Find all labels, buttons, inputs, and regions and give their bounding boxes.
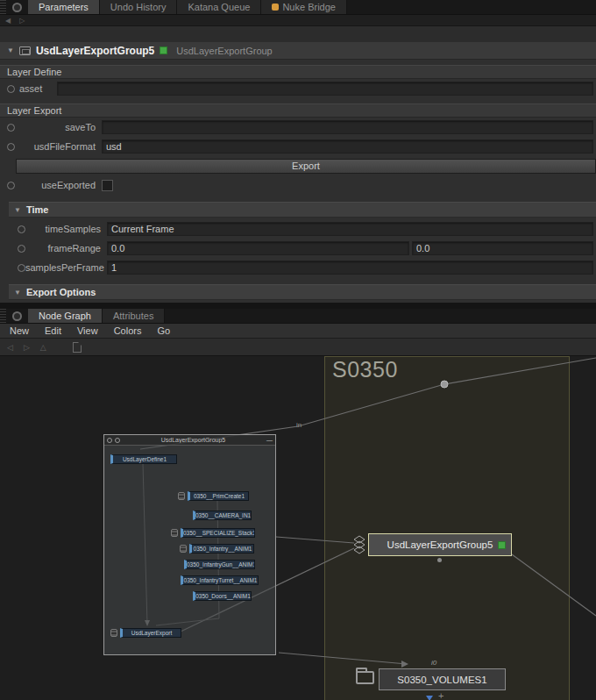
graph-node-infantry-anim1[interactable]: 0350_Infantry__ANIM1: [189, 544, 254, 554]
pane-menu-icon[interactable]: [12, 3, 22, 12]
wire-main-out[interactable]: [512, 554, 596, 616]
node-state-indicator[interactable]: [160, 46, 167, 54]
tab-undo-history[interactable]: Undo History: [100, 0, 178, 14]
expanded-group-title: UsdLayerExportGroup5: [123, 437, 264, 443]
asset-label: asset: [19, 83, 51, 94]
param-state-icon[interactable]: [7, 124, 15, 132]
graph-back-icon[interactable]: ◁: [7, 343, 13, 352]
group-edit-icon[interactable]: [107, 438, 112, 443]
panel-splitter[interactable]: [0, 303, 596, 309]
parameter-history-nav: ◀ ▷: [0, 15, 596, 26]
param-row-samplesperframe: samplesPerFrame: [0, 258, 596, 277]
menu-go[interactable]: Go: [149, 325, 178, 336]
menu-new[interactable]: New: [2, 325, 37, 336]
param-state-icon[interactable]: [7, 85, 15, 93]
framerange-start-input[interactable]: [107, 241, 409, 255]
database-icon: [178, 492, 185, 500]
wire-to-volumes[interactable]: [279, 653, 407, 664]
useexported-checkbox[interactable]: [102, 180, 113, 191]
param-state-icon[interactable]: [18, 245, 25, 253]
asset-input[interactable]: [57, 82, 593, 96]
usdfileformat-label: usdFileFormat: [15, 141, 96, 152]
tab-label: Attributes: [113, 309, 153, 323]
menu-view[interactable]: View: [69, 325, 106, 336]
tab-label: Node Graph: [39, 309, 91, 323]
node-parameter-header: ▼ UsdLayerExportGroup5 UsdLayerExportGro…: [0, 42, 596, 60]
param-row-useexported: useExported: [0, 175, 596, 195]
graph-node-doors-anim1[interactable]: 0350_Doors__ANIM1: [193, 591, 252, 601]
tab-node-graph[interactable]: Node Graph: [28, 309, 103, 323]
node-graph-canvas[interactable]: S0350 in UsdLayerExportGroup5 — UsdLaye: [0, 356, 596, 700]
framerange-label: frameRange: [25, 243, 101, 254]
output-port[interactable]: [437, 558, 442, 562]
collapse-time-icon[interactable]: ▼: [14, 206, 21, 214]
section-layer-define: Layer Define: [0, 65, 596, 79]
forward-icon[interactable]: ▷: [19, 17, 25, 25]
group-view-icon[interactable]: [115, 438, 120, 443]
pane-menu-icon[interactable]: [12, 311, 22, 321]
node-state-indicator[interactable]: [498, 541, 506, 549]
tab-katana-queue[interactable]: Katana Queue: [177, 0, 261, 14]
param-state-icon[interactable]: [7, 182, 15, 189]
menu-colors[interactable]: Colors: [106, 325, 150, 336]
framerange-end-input[interactable]: [412, 241, 593, 255]
expanded-group-chevrons-icon[interactable]: [352, 535, 366, 556]
graph-node-specialize-stack1[interactable]: 0350__SPECIALIZE_Stack1: [181, 528, 255, 538]
node-usdlayerexportgroup5[interactable]: UsdLayerExportGroup5: [368, 533, 512, 556]
collapse-node-icon[interactable]: ▼: [7, 46, 14, 54]
wire-to-main-node-a[interactable]: [276, 537, 354, 543]
parameters-tabbar: Parameters Undo History Katana Queue Nuk…: [0, 0, 596, 15]
parameters-spacer: [0, 26, 596, 42]
param-row-usdfileformat: usdFileFormat: [0, 137, 596, 156]
graph-node-infantrygun-anim1[interactable]: 0350_InfantryGun__ANIM1: [184, 560, 255, 569]
node-graph-panel: Node Graph Attributes New Edit View Colo…: [0, 309, 596, 700]
timesamples-label: timeSamples: [25, 224, 101, 234]
node-name: UsdLayerExportGroup5: [36, 45, 154, 57]
back-icon[interactable]: ◀: [5, 17, 11, 25]
graph-node-primcreate1[interactable]: 0350__PrimCreate1: [188, 491, 249, 501]
graph-node-camera-in1[interactable]: 0350__CAMERA_IN1: [193, 511, 252, 520]
tab-parameters[interactable]: Parameters: [28, 0, 100, 14]
graph-node-usdlayerexport[interactable]: UsdLayerExport: [120, 628, 181, 638]
export-options-group-header[interactable]: ▼ Export Options: [9, 284, 596, 300]
time-group-header[interactable]: ▼ Time: [9, 202, 596, 218]
node-s0350-volumes1[interactable]: S0350_VOLUMES1: [379, 668, 506, 690]
tabbar-filler: [165, 309, 596, 323]
saveto-label: saveTo: [15, 122, 96, 132]
export-button[interactable]: Export: [16, 159, 596, 174]
nuke-icon: [272, 4, 279, 11]
export-button-row: Export: [0, 156, 596, 175]
samplesperframe-label: samplesPerFrame: [25, 262, 101, 273]
tab-label: Nuke Bridge: [282, 0, 336, 14]
graph-node-usdlayerdefine1[interactable]: UsdLayerDefine1: [110, 454, 177, 464]
section-layer-export: Layer Export: [0, 104, 596, 118]
snapshot-icon[interactable]: [73, 342, 82, 353]
minimize-icon[interactable]: —: [266, 437, 273, 443]
database-icon: [171, 529, 178, 537]
folder-icon: [356, 671, 374, 684]
param-state-icon[interactable]: [7, 143, 15, 151]
time-group-title: Time: [26, 204, 48, 215]
graph-forward-icon[interactable]: ▷: [24, 343, 30, 352]
param-state-icon[interactable]: [18, 264, 25, 272]
param-state-icon[interactable]: [18, 225, 25, 233]
saveto-input[interactable]: [102, 120, 593, 134]
wire-dot[interactable]: [441, 381, 448, 388]
tab-attributes[interactable]: Attributes: [103, 309, 165, 323]
graph-menubar: New Edit View Colors Go: [0, 324, 596, 339]
samplesperframe-input[interactable]: [107, 261, 593, 275]
expand-more-icon[interactable]: +: [438, 690, 443, 700]
tab-nuke-bridge[interactable]: Nuke Bridge: [261, 0, 347, 14]
graph-up-icon[interactable]: △: [40, 343, 46, 352]
panel-drag-handle[interactable]: [0, 0, 6, 14]
param-row-asset: asset: [0, 79, 596, 98]
node-wires: [0, 356, 596, 700]
usdfileformat-input[interactable]: [102, 139, 593, 154]
menu-edit[interactable]: Edit: [37, 325, 69, 336]
collapse-export-options-icon[interactable]: ▼: [14, 289, 21, 296]
panel-drag-handle[interactable]: [0, 309, 6, 323]
parameters-panel: Parameters Undo History Katana Queue Nuk…: [0, 0, 596, 303]
timesamples-dropdown[interactable]: [107, 222, 593, 236]
expanded-group-panel[interactable]: UsdLayerExportGroup5 — UsdLayerDefine1 0…: [103, 434, 276, 655]
graph-node-infantryturret-anim1[interactable]: 0350_InfantryTurret__ANIM1: [181, 575, 259, 585]
